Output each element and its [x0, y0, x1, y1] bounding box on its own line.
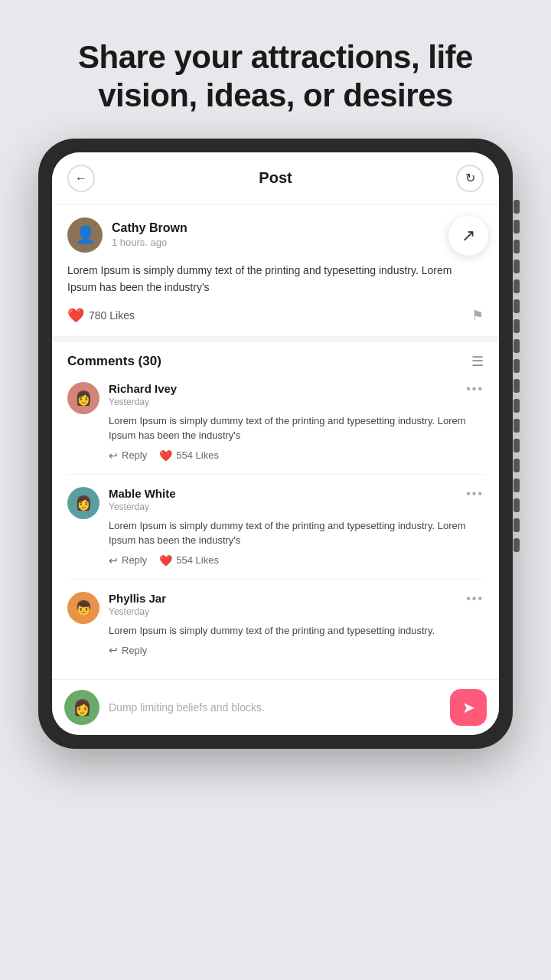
post-header: 👤 Cathy Brown 1 hours. ago 🗑 — [67, 217, 484, 253]
more-options-mable[interactable]: ••• — [466, 487, 484, 501]
comment-item: 👦 Phyllis Jar Yesterday ••• Lorem Ipsum … — [67, 592, 484, 669]
post-author-avatar: 👤 — [67, 217, 103, 253]
header-title: Post — [259, 169, 292, 187]
comment-avatar-mable: 👩 — [67, 487, 99, 519]
comment-likes-richard[interactable]: ❤️ 554 Likes — [159, 449, 219, 462]
comment-heart-icon-mable: ❤️ — [159, 554, 172, 567]
filter-icon[interactable]: ☰ — [471, 353, 484, 370]
phone-screen: ← Post ↻ ↗ 👤 Cathy Brown 1 hours. — [52, 152, 499, 735]
comment-actions-mable: ↩ Reply ❤️ 554 Likes — [109, 554, 484, 567]
comment-actions-phyllis: ↩ Reply — [109, 644, 484, 656]
comment-avatar-phyllis: 👦 — [67, 592, 99, 624]
flag-icon[interactable]: ⚑ — [471, 307, 484, 324]
comments-section: Comments (30) ☰ 👩 Richard Ivey Yesterday… — [52, 342, 499, 680]
post-time: 1 hours. ago — [112, 237, 187, 248]
reply-label-richard: Reply — [122, 449, 147, 461]
dashed-decoration — [511, 200, 522, 583]
post-user-info: 👤 Cathy Brown 1 hours. ago — [67, 217, 187, 253]
comment-actions-richard: ↩ Reply ❤️ 554 Likes — [109, 449, 484, 462]
back-button[interactable]: ← — [67, 165, 95, 192]
more-options-phyllis[interactable]: ••• — [466, 592, 484, 606]
post-card: ↗ 👤 Cathy Brown 1 hours. ago 🗑 — [52, 205, 499, 336]
share-icon: ↗ — [461, 226, 475, 246]
send-button[interactable]: ➤ — [450, 689, 487, 726]
send-icon: ➤ — [462, 698, 475, 717]
comment-name-richard: Richard Ivey — [109, 382, 177, 395]
refresh-button[interactable]: ↻ — [456, 165, 484, 192]
comment-text-phyllis: Lorem Ipsum is simply dummy text of the … — [109, 623, 484, 639]
comment-likes-count-mable: 554 Likes — [176, 554, 219, 566]
comment-item: 👩 Richard Ivey Yesterday ••• Lorem Ipsum… — [67, 382, 484, 475]
post-text: Lorem Ipsum is simply dummy text of the … — [67, 262, 484, 296]
post-author-name: Cathy Brown — [112, 221, 187, 235]
comment-input-placeholder[interactable]: Dump limiting beliefs and blocks. — [109, 701, 441, 714]
comment-header-richard: Richard Ivey Yesterday ••• — [109, 382, 484, 407]
page-title: Share your attractions, life vision, ide… — [0, 0, 551, 139]
comment-heart-icon: ❤️ — [159, 449, 172, 462]
comment-avatar-richard: 👩 — [67, 382, 99, 414]
comment-body-richard: Richard Ivey Yesterday ••• Lorem Ipsum i… — [109, 382, 484, 462]
phone-frame: ← Post ↻ ↗ 👤 Cathy Brown 1 hours. — [38, 139, 513, 749]
bottom-user-avatar: 👩 — [64, 690, 99, 725]
comment-text-mable: Lorem Ipsum is simply dummy text of the … — [109, 518, 484, 548]
comment-body-mable: Mable White Yesterday ••• Lorem Ipsum is… — [109, 487, 484, 567]
reply-button-phyllis[interactable]: ↩ Reply — [109, 644, 147, 656]
comment-item: 👩 Mable White Yesterday ••• Lorem Ipsum … — [67, 487, 484, 580]
post-likes[interactable]: ❤️ 780 Likes — [67, 307, 135, 324]
comment-name-phyllis: Phyllis Jar — [109, 592, 166, 605]
comments-header: Comments (30) ☰ — [67, 353, 484, 370]
comment-time-richard: Yesterday — [109, 397, 177, 407]
comments-title: Comments (30) — [67, 354, 161, 369]
reply-button-mable[interactable]: ↩ Reply — [109, 554, 147, 567]
back-icon: ← — [75, 172, 87, 185]
comment-text-richard: Lorem Ipsum is simply dummy text of the … — [109, 413, 484, 443]
app-header: ← Post ↻ — [52, 152, 499, 205]
share-button[interactable]: ↗ — [448, 216, 488, 256]
comment-time-mable: Yesterday — [109, 501, 176, 512]
reply-button-richard[interactable]: ↩ Reply — [109, 449, 147, 462]
comment-likes-count-richard: 554 Likes — [176, 449, 219, 461]
refresh-icon: ↻ — [465, 171, 475, 185]
reply-icon-phyllis: ↩ — [109, 644, 118, 656]
more-options-richard[interactable]: ••• — [466, 382, 484, 396]
likes-count: 780 Likes — [89, 309, 135, 322]
comment-header-phyllis: Phyllis Jar Yesterday ••• — [109, 592, 484, 617]
comment-time-phyllis: Yesterday — [109, 606, 166, 617]
reply-icon-mable: ↩ — [109, 554, 118, 567]
comment-body-phyllis: Phyllis Jar Yesterday ••• Lorem Ipsum is… — [109, 592, 484, 657]
comment-name-mable: Mable White — [109, 487, 176, 500]
bottom-bar: 👩 Dump limiting beliefs and blocks. ➤ — [52, 679, 499, 735]
reply-label-phyllis: Reply — [122, 645, 147, 656]
heart-icon: ❤️ — [67, 307, 84, 324]
comment-likes-mable[interactable]: ❤️ 554 Likes — [159, 554, 219, 567]
comment-header-mable: Mable White Yesterday ••• — [109, 487, 484, 512]
reply-label-mable: Reply — [122, 554, 147, 566]
post-footer: ❤️ 780 Likes ⚑ — [67, 307, 484, 324]
reply-icon: ↩ — [109, 449, 118, 462]
